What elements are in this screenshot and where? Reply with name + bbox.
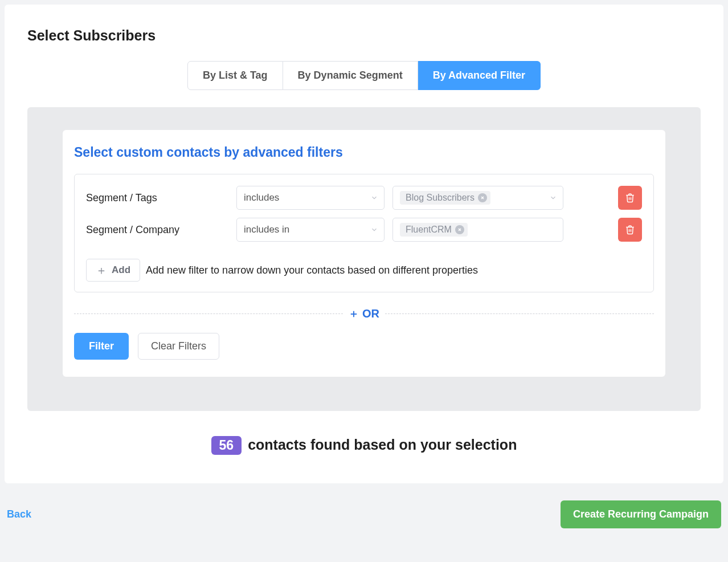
tags-select[interactable]: Blog Subscribers <box>392 186 563 210</box>
add-filter-button[interactable]: ＋ Add <box>86 259 140 282</box>
add-or-group-button[interactable]: OR <box>349 307 379 320</box>
tag-chip-label: FluentCRM <box>406 225 452 235</box>
filter-button[interactable]: Filter <box>74 333 129 360</box>
operator-select[interactable]: includes <box>236 186 385 210</box>
tag-chip: Blog Subscribers <box>400 191 490 205</box>
tab-by-list-tag[interactable]: By List & Tag <box>187 61 283 90</box>
operator-value: includes in <box>244 224 289 235</box>
divider-line <box>74 313 343 314</box>
filter-group: Segment / Tags includes Blog Subscribers <box>74 174 654 292</box>
clear-filters-button[interactable]: Clear Filters <box>138 333 219 360</box>
filter-panel-title: Select custom contacts by advanced filte… <box>74 145 654 160</box>
results-summary: 56 contacts found based on your selectio… <box>27 436 701 455</box>
close-icon[interactable] <box>455 225 464 234</box>
add-button-label: Add <box>112 264 130 276</box>
tab-by-advanced-filter[interactable]: By Advanced Filter <box>418 61 541 90</box>
plus-icon <box>349 309 359 319</box>
filter-actions: Filter Clear Filters <box>74 333 654 360</box>
page-title: Select Subscribers <box>27 27 701 44</box>
delete-row-button[interactable] <box>618 218 642 242</box>
plus-icon: ＋ <box>96 264 107 276</box>
results-summary-text: contacts found based on your selection <box>248 437 517 453</box>
filter-row-label: Segment / Company <box>86 224 228 236</box>
back-button[interactable]: Back <box>7 508 31 520</box>
filter-panel: Select custom contacts by advanced filte… <box>63 130 665 377</box>
trash-icon <box>625 225 635 235</box>
delete-row-button[interactable] <box>618 186 642 210</box>
filter-row-label: Segment / Tags <box>86 192 228 204</box>
operator-select[interactable]: includes in <box>236 218 385 242</box>
chevron-down-icon <box>370 226 378 234</box>
main-card: Select Subscribers By List & Tag By Dyna… <box>5 5 723 483</box>
tags-select[interactable]: FluentCRM <box>392 218 563 242</box>
add-filter-row: ＋ Add Add new filter to narrow down your… <box>86 259 642 282</box>
tabs: By List & Tag By Dynamic Segment By Adva… <box>27 61 701 90</box>
filter-row: Segment / Tags includes Blog Subscribers <box>86 186 642 210</box>
chevron-down-icon <box>370 194 378 202</box>
or-divider: OR <box>74 307 654 320</box>
add-filter-hint: Add new filter to narrow down your conta… <box>146 264 478 276</box>
filter-row: Segment / Company includes in FluentCRM <box>86 218 642 242</box>
chevron-down-icon <box>549 194 557 202</box>
tab-by-dynamic-segment[interactable]: By Dynamic Segment <box>283 61 418 90</box>
create-recurring-campaign-button[interactable]: Create Recurring Campaign <box>561 500 721 528</box>
or-label: OR <box>362 307 379 320</box>
divider-line <box>385 313 654 314</box>
close-icon[interactable] <box>478 193 487 202</box>
operator-value: includes <box>244 192 279 203</box>
filter-area: Select custom contacts by advanced filte… <box>27 107 701 411</box>
tag-chip-label: Blog Subscribers <box>406 193 475 203</box>
results-count-badge: 56 <box>211 436 242 455</box>
footer: Back Create Recurring Campaign <box>5 483 723 545</box>
tag-chip: FluentCRM <box>400 223 468 237</box>
trash-icon <box>625 193 635 203</box>
